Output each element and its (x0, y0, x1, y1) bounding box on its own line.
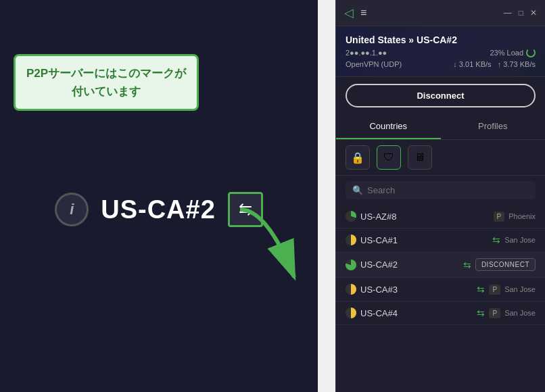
annotation-line1: P2Pサーバーにはこのマークが (26, 67, 186, 80)
minimize-button[interactable]: — (504, 8, 512, 18)
upload-speed: ↑ 3.73 KB/s (498, 60, 536, 68)
server-name: US-CA#3 (360, 285, 473, 295)
server-name: US-CA#2 (360, 260, 459, 270)
server-status-icon (346, 308, 356, 318)
p2p-arrows-icon: ⇆ (492, 235, 500, 245)
server-status-icon (346, 260, 356, 270)
download-speed: ↓ 3.01 KB/s (453, 60, 491, 68)
maximize-button[interactable]: □ (519, 8, 523, 18)
search-icon: 🔍 (352, 185, 363, 195)
server-location: San Jose (504, 285, 536, 293)
server-item[interactable]: US-AZ#8 P Phoenix (336, 205, 545, 228)
filter-lock-button[interactable]: 🔒 (346, 145, 370, 170)
hamburger-menu-icon[interactable]: ≡ (360, 7, 366, 19)
server-name-display: US-CA#2 (101, 195, 216, 224)
connection-ip: 2●●.●●.1.●● (346, 49, 387, 57)
info-icon: i (55, 193, 89, 226)
vpn-logo-icon: ◁ (344, 5, 354, 20)
search-bar: 🔍 (346, 181, 536, 199)
server-status-icon (346, 211, 356, 222)
server-list: US-AZ#8 P Phoenix US-CA#1 ⇆ San Jose US-… (336, 205, 545, 392)
app-header: ◁ ≡ — □ ✕ (336, 0, 545, 26)
close-button[interactable]: ✕ (530, 8, 537, 18)
p2p-arrows-icon: ⇆ (239, 200, 252, 219)
right-panel: ◁ ≡ — □ ✕ United States » US-CA#2 2●●.●●… (335, 0, 545, 392)
server-row: i US-CA#2 ⇆ (55, 192, 263, 227)
protocol-label: OpenVPN (UDP) (346, 60, 402, 68)
connection-info: United States » US-CA#2 2●●.●●.1.●● 23% … (336, 26, 545, 77)
connection-location: United States » US-CA#2 (346, 34, 536, 45)
header-left: ◁ ≡ (344, 5, 366, 20)
connection-load: 23% Load (490, 48, 536, 57)
disconnect-badge[interactable]: DISCONNECT (475, 258, 536, 271)
window-controls: — □ ✕ (504, 8, 537, 18)
server-name: US-CA#4 (360, 308, 473, 318)
filter-row: 🔒 🛡 🖥 (336, 140, 545, 176)
server-status-icon (346, 284, 356, 295)
server-location: Phoenix (508, 212, 536, 220)
server-name: US-AZ#8 (360, 212, 490, 222)
tab-countries[interactable]: Countries (336, 114, 441, 139)
server-item-connected[interactable]: US-CA#2 ⇆ DISCONNECT (336, 252, 545, 278)
server-item[interactable]: US-CA#4 ⇆ P San Jose (336, 301, 545, 325)
load-indicator-icon (526, 48, 536, 57)
connection-speeds: ↓ 3.01 KB/s ↑ 3.73 KB/s (453, 60, 536, 68)
server-p-badge: P (489, 285, 500, 295)
conn-ip-row: 2●●.●●.1.●● 23% Load (346, 48, 536, 57)
server-name: US-CA#1 (360, 235, 488, 245)
left-panel: P2Pサーバーにはこのマークが 付いています i US-CA#2 ⇆ (0, 0, 318, 392)
p2p-icon-box: ⇆ (228, 192, 263, 227)
p2p-arrows-icon: ⇆ (463, 260, 471, 270)
p2p-arrows-icon: ⇆ (477, 284, 485, 295)
server-p-badge: P (494, 212, 505, 222)
conn-protocol-row: OpenVPN (UDP) ↓ 3.01 KB/s ↑ 3.73 KB/s (346, 60, 536, 68)
filter-shield-button[interactable]: 🛡 (377, 145, 401, 170)
p2p-arrows-icon: ⇆ (477, 308, 485, 318)
annotation-line2: 付いています (72, 85, 141, 98)
filter-screen-button[interactable]: 🖥 (408, 145, 432, 170)
tabs-row: Countries Profiles (336, 114, 545, 140)
server-status-icon (346, 235, 356, 245)
search-input[interactable] (367, 185, 529, 195)
server-location: San Jose (504, 309, 536, 317)
tab-profiles[interactable]: Profiles (441, 114, 546, 139)
server-item[interactable]: US-CA#3 ⇆ P San Jose (336, 278, 545, 301)
server-p-badge: P (489, 308, 500, 318)
server-item[interactable]: US-CA#1 ⇆ San Jose (336, 228, 545, 252)
server-location: San Jose (504, 236, 536, 244)
annotation-box: P2Pサーバーにはこのマークが 付いています (14, 54, 199, 111)
disconnect-button[interactable]: Disconnect (346, 84, 536, 107)
